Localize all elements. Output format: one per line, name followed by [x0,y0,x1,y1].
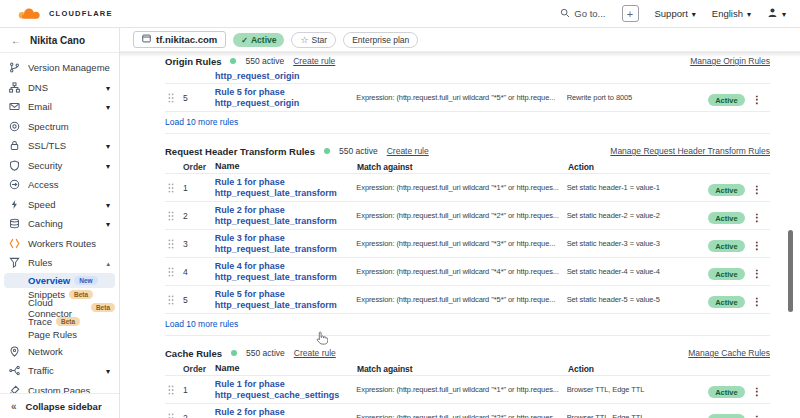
sidebar-item-email[interactable]: Email [0,97,119,117]
rule-name-link[interactable]: Rule 2 for phasehttp_request_cache_setti… [215,407,357,418]
collapse-sidebar-button[interactable]: Collapse sidebar [0,393,119,418]
column-match: Match against [357,364,568,374]
sidebar-item-trace[interactable]: Trace Beta [4,315,115,329]
rule-name-link[interactable]: Rule 3 for phasehttp_request_late_transf… [215,233,357,255]
drag-handle[interactable] [165,93,183,103]
rule-name-link[interactable]: Rule 5 for phase http_request_origin [215,87,357,109]
brand-text: CLOUDFLARE [49,9,113,18]
load-more-rules-link[interactable]: Load 10 more rules [165,111,770,134]
add-site-button[interactable]: + [622,5,639,22]
manage-request-header-transform-rules-link[interactable]: Manage Request Header Transform Rules [610,146,770,156]
sidebar-item-label: Rules [28,257,98,268]
top-bar: CLOUDFLARE Go to... + Support English [0,0,800,28]
sidebar-item-page-rules[interactable]: Page Rules [4,328,115,342]
back-arrow-icon[interactable] [11,35,21,46]
dns-tree-icon [9,82,20,93]
kebab-menu-icon[interactable] [752,409,762,418]
sidebar-item-workers-routes[interactable]: Workers Routes [0,234,119,254]
language-menu[interactable]: English [712,8,751,19]
rule-order: 2 [183,211,215,221]
beta-badge: Beta [56,317,80,326]
sidebar-item-label: DNS [28,82,98,93]
kebab-menu-icon[interactable] [752,207,762,224]
new-badge: New [74,276,97,285]
rule-match-expression: Expression: (http.request.full_uri wildc… [356,183,566,192]
sidebar-item-rules[interactable]: Rules [0,253,119,273]
sidebar: Nikita Cano Version Management DNS Email… [0,28,120,418]
vertical-scrollbar-thumb[interactable] [788,230,793,312]
website-icon [142,34,151,45]
sidebar-item-ssl-tls[interactable]: SSL/TLS [0,136,119,156]
main-area: tf.nikitac.com Active Star Enterprise pl… [120,28,800,418]
sidebar-item-caching[interactable]: Caching [0,214,119,234]
active-count: 550 active [246,348,285,358]
create-rule-link[interactable]: Create rule [293,56,335,66]
account-menu[interactable] [767,7,786,20]
domain-selector[interactable]: tf.nikitac.com [133,31,226,48]
cloudflare-logo[interactable]: CLOUDFLARE [14,5,113,23]
table-row: 2 Rule 2 for phasehttp_request_late_tran… [165,201,770,229]
rule-action: Set static header-5 = value-5 [567,295,709,304]
drag-handle[interactable] [165,211,183,221]
cache-rules-section: Cache Rules 550 active Create rule Manag… [165,344,770,418]
star-button[interactable]: Star [291,32,336,48]
rule-name-link[interactable]: Rule 2 for phasehttp_request_late_transf… [215,205,357,227]
check-icon [241,35,248,45]
rule-name-link[interactable]: Rule 4 for phasehttp_request_late_transf… [215,261,357,283]
create-rule-link[interactable]: Create rule [294,348,336,358]
sidebar-item-label: Version Management [28,62,110,73]
kebab-menu-icon[interactable] [752,235,762,252]
rule-name-link[interactable]: Rule 5 for phasehttp_request_late_transf… [215,289,357,311]
rule-order: 2 [183,413,215,418]
sidebar-item-label: Security [28,160,98,171]
sidebar-item-dns[interactable]: DNS [0,78,119,98]
kebab-menu-icon[interactable] [752,291,762,308]
drag-handle[interactable] [165,183,183,193]
column-match: Match against [357,162,568,172]
kebab-menu-icon[interactable] [752,89,762,106]
manage-origin-rules-link[interactable]: Manage Origin Rules [690,56,770,66]
drag-handle[interactable] [165,413,183,418]
rule-order: 1 [183,183,215,193]
section-title: Origin Rules [165,56,221,67]
sidebar-item-label: Workers Routes [28,238,110,249]
drag-handle[interactable] [165,239,183,249]
sidebar-item-network[interactable]: Network [0,342,119,362]
sidebar-item-spectrum[interactable]: Spectrum [0,117,119,137]
kebab-menu-icon[interactable] [752,263,762,280]
active-count: 550 active [245,56,284,66]
search-placeholder: Go to... [574,8,605,19]
create-rule-link[interactable]: Create rule [387,146,429,156]
kebab-menu-icon[interactable] [752,381,762,398]
sidebar-item-version-management[interactable]: Version Management [0,58,119,78]
kebab-menu-icon[interactable] [752,179,762,196]
support-menu[interactable]: Support [655,8,696,19]
sidebar-item-speed[interactable]: Speed [0,195,119,215]
spectrum-icon [9,121,20,132]
drag-handle[interactable] [165,267,183,277]
sidebar-item-cloud-connector[interactable]: Cloud Connector Beta [4,301,115,315]
sidebar-item-security[interactable]: Security [0,156,119,176]
manage-cache-rules-link[interactable]: Manage Cache Rules [688,348,770,358]
sidebar-item-label: Caching [28,218,98,229]
account-name: Nikita Cano [30,35,85,46]
sidebar-item-traffic[interactable]: Traffic [0,361,119,381]
drag-handle[interactable] [165,295,183,305]
clipped-rule-name[interactable]: http_request_origin [165,70,770,83]
star-label: Star [312,35,328,45]
sidebar-item-label: Traffic [28,365,98,376]
sidebar-item-access[interactable]: Access [0,175,119,195]
rule-name-link[interactable]: Rule 1 for phasehttp_request_cache_setti… [215,379,357,401]
rule-match-expression: Expression: (http.request.full_uri wildc… [356,413,566,418]
drag-handle[interactable] [165,385,183,395]
rule-order: 1 [183,385,215,395]
sidebar-subitem-label: Page Rules [28,329,77,340]
load-more-rules-link[interactable]: Load 10 more rules [165,313,770,336]
table-row: 2 Rule 2 for phasehttp_request_cache_set… [165,403,770,418]
domain-bar: tf.nikitac.com Active Star Enterprise pl… [120,28,800,52]
rule-name-link[interactable]: Rule 1 for phasehttp_request_late_transf… [215,177,357,199]
table-row: 3 Rule 3 for phasehttp_request_late_tran… [165,229,770,257]
account-header[interactable]: Nikita Cano [0,28,119,53]
global-search[interactable]: Go to... [560,8,605,20]
sidebar-item-overview[interactable]: Overview New [4,273,115,288]
